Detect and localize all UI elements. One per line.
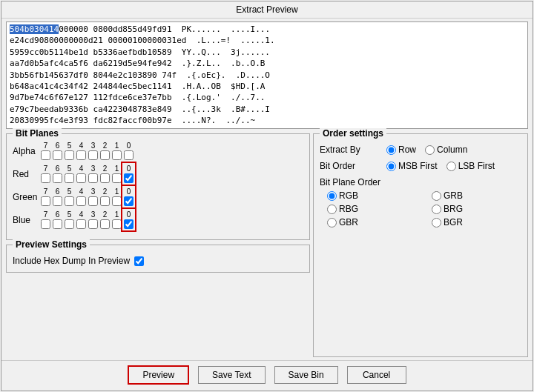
alpha-bit5: 5 [65,142,74,160]
green-bit1-checkbox[interactable] [112,196,122,206]
save-bin-button[interactable]: Save Bin [274,366,338,384]
row-radio-item: Row [386,144,416,155]
bit-planes-group: Bit Planes Alpha 7 6 5 4 3 2 1 [6,133,310,240]
green-bit7-checkbox[interactable] [41,196,50,206]
preview-line: a4265c5b9316a1a c855d867e037e .&\[.... .… [10,127,524,129]
rgb-radio[interactable] [327,191,337,201]
preview-line: 5959cc0b5114be1d b5336aefbdb10589 YY..Q.… [10,47,524,58]
green-bit3: 3 [88,187,98,206]
rbg-label: RBG [339,204,358,214]
alpha-bit7-checkbox[interactable] [41,150,50,160]
hex-dump-checkbox[interactable] [134,256,144,266]
grb-radio[interactable] [432,191,441,201]
green-bit3-checkbox[interactable] [88,196,98,206]
green-bit4-checkbox[interactable] [76,196,86,206]
order-settings-label: Order settings [320,128,386,139]
green-checkboxes: 7 6 5 4 3 2 1 0 [41,187,134,206]
red-bit3-checkbox[interactable] [88,173,98,183]
blue-bit0-checkbox[interactable] [124,219,134,229]
blue-row: Blue 7 6 5 4 3 2 1 0 [13,210,303,229]
alpha-checkboxes: 7 6 5 4 3 2 1 0 [41,142,134,160]
column-radio[interactable] [425,145,435,155]
blue-bit5-checkbox[interactable] [65,219,74,229]
preview-line: 20830995fc4e3f93 fdc82faccf00b97e ....N?… [10,115,524,126]
hex-dump-label: Include Hex Dump In Preview [13,256,130,266]
red-bit3: 3 [88,165,98,183]
extract-preview-dialog: Extract Preview 504b030414000000 0800dd8… [1,1,533,391]
red-bit5-checkbox[interactable] [65,173,74,183]
rbg-radio[interactable] [327,205,337,214]
preview-line: b648ac41c4c34f42 244844ec5bec1141 .H.A..… [10,81,524,92]
preview-line: e79c7beedab9336b ca4223048783e849 ..{...… [10,104,524,115]
green-bit2: 2 [100,187,110,206]
dialog-title: Extract Preview [1,1,533,19]
row-label: Row [398,144,416,155]
blue-bit2-checkbox[interactable] [100,219,110,229]
preview-button[interactable]: Preview [128,365,189,385]
alpha-bit7: 7 [41,142,50,160]
blue-bit3-checkbox[interactable] [88,219,98,229]
cancel-button[interactable]: Cancel [347,366,406,384]
alpha-bit3-checkbox[interactable] [88,150,98,160]
red-bit4-checkbox[interactable] [76,173,86,183]
alpha-bit4-checkbox[interactable] [76,150,86,160]
bgr-label: BGR [444,217,463,227]
save-text-button[interactable]: Save Text [198,366,265,384]
blue-bit4-checkbox[interactable] [76,219,86,229]
green-bit6: 6 [53,187,62,206]
red-bit7: 7 [41,165,50,183]
red-checkboxes: 7 6 5 4 3 2 1 0 [41,165,134,183]
grb-label: GRB [444,190,463,201]
red-bit2-checkbox[interactable] [100,173,110,183]
footer: Preview Save Text Save Bin Cancel [1,360,533,391]
msb-label: MSB First [398,161,438,171]
green-bit4: 4 [76,187,86,206]
alpha-bit5-checkbox[interactable] [65,150,74,160]
alpha-bit2-checkbox[interactable] [100,150,110,160]
bit-planes-label: Bit Planes [13,128,62,139]
green-bit0-checkbox[interactable] [124,196,134,206]
extract-by-row: Extract By Row Column [320,144,521,155]
alpha-bit4: 4 [76,142,86,160]
msb-radio[interactable] [386,162,396,171]
red-bit1: 1 [112,165,122,183]
alpha-bit0: 0 [124,142,134,160]
bit-order-row: Bit Order MSB First LSB First [320,161,521,171]
brg-radio[interactable] [432,205,441,214]
green-bit2-checkbox[interactable] [100,196,110,206]
red-bit1-checkbox[interactable] [112,173,122,183]
red-bit0-checkbox[interactable] [124,173,134,183]
alpha-bit1-checkbox[interactable] [112,150,122,160]
blue-bit7-checkbox[interactable] [41,219,50,229]
preview-line: 504b030414000000 0800dd855d49fd91 PK....… [10,24,524,35]
red-bit6-checkbox[interactable] [53,173,62,183]
green-bit6-checkbox[interactable] [53,196,62,206]
order-settings-group: Order settings Extract By Row Column [313,133,528,357]
alpha-bit6: 6 [53,142,62,160]
alpha-bit0-checkbox[interactable] [124,150,134,160]
alpha-bit1: 1 [112,142,122,160]
blue-bit1-checkbox[interactable] [112,219,122,229]
blue-bit7: 7 [41,210,50,229]
red-bit5: 5 [65,165,74,183]
red-bit7-checkbox[interactable] [41,173,50,183]
preview-area[interactable]: 504b030414000000 0800dd855d49fd91 PK....… [6,21,528,129]
gbr-radio[interactable] [327,218,337,227]
alpha-bit6-checkbox[interactable] [53,150,62,160]
rgb-radio-item: RGB [327,190,417,201]
rgb-label: RGB [339,190,358,201]
hex-dump-row: Include Hex Dump In Preview [13,256,303,266]
gbr-radio-item: GBR [327,217,417,227]
blue-label: Blue [13,215,41,225]
blue-bit6-checkbox[interactable] [53,219,62,229]
preview-line: aa7d0b5afc4ca5f6 da6219d5e94fe942 .}.Z.L… [10,58,524,69]
red-bit0: 0 [124,165,134,183]
lsb-radio[interactable] [446,162,456,171]
alpha-label: Alpha [13,146,41,156]
green-bit5-checkbox[interactable] [65,196,74,206]
bgr-radio[interactable] [432,218,441,227]
row-radio[interactable] [386,145,396,155]
preview-settings-group: Preview Settings Include Hex Dump In Pre… [6,245,310,273]
grb-radio-item: GRB [432,190,521,201]
red-bit4: 4 [76,165,86,183]
